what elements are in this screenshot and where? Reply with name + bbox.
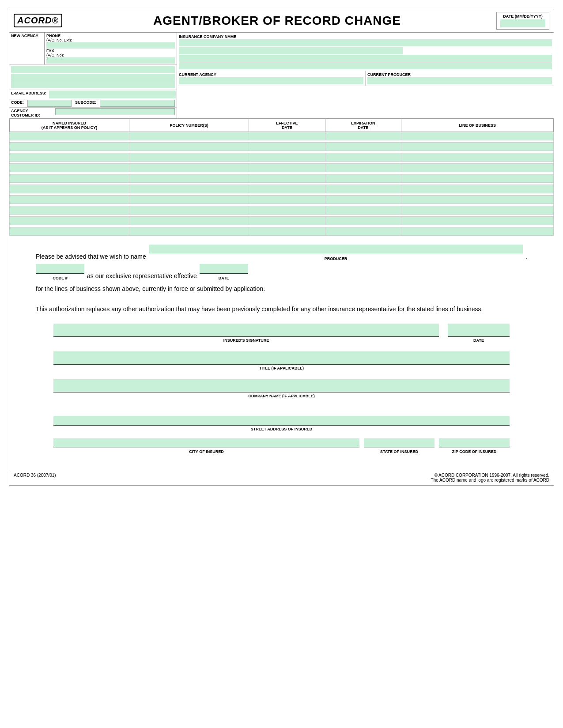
row10-policy[interactable]	[129, 227, 249, 235]
row4-expiration[interactable]	[325, 164, 401, 172]
row3-effective[interactable]	[249, 153, 325, 161]
phone-cell: PHONE (A/C, No, Ext): FAX (A/C, No):	[45, 33, 177, 64]
row6-expiration[interactable]	[325, 185, 401, 193]
left-column: NEW AGENCY PHONE (A/C, No, Ext): FAX (A/…	[9, 33, 177, 118]
row7-insured[interactable]	[10, 196, 129, 204]
row5-policy[interactable]	[129, 174, 249, 182]
ins-company-input-3[interactable]	[179, 55, 552, 62]
row6-insured[interactable]	[10, 185, 129, 193]
row9-expiration[interactable]	[325, 217, 401, 225]
row2-insured[interactable]	[10, 143, 129, 151]
row4-insured[interactable]	[10, 164, 129, 172]
row4-policy[interactable]	[129, 164, 249, 172]
row9-insured[interactable]	[10, 217, 129, 225]
col-line-of-business: LINE OF BUSINESS	[401, 119, 554, 132]
row7-line[interactable]	[401, 196, 553, 204]
state-group: STATE OF INSURED	[364, 438, 435, 454]
fax-input[interactable]	[46, 57, 175, 64]
row9-effective[interactable]	[249, 217, 325, 225]
code-label: CODE:	[9, 99, 26, 107]
ins-company-input-2[interactable]	[179, 47, 403, 54]
code-input[interactable]	[27, 100, 72, 107]
row10-expiration[interactable]	[325, 227, 401, 235]
row1-line[interactable]	[401, 132, 553, 140]
row8-line[interactable]	[401, 206, 553, 214]
row4-line[interactable]	[401, 164, 553, 172]
street-address-row: STREET ADDRESS OF INSURED	[53, 416, 510, 431]
row4-effective[interactable]	[249, 164, 325, 172]
agency-input-3[interactable]	[11, 81, 175, 88]
row1-expiration[interactable]	[325, 132, 401, 140]
row8-policy[interactable]	[129, 206, 249, 214]
current-agency-cell: CURRENT AGENCY	[177, 71, 366, 86]
zip-label: ZIP CODE OF INSURED	[452, 449, 496, 454]
table-row	[10, 143, 554, 151]
agency-customer-input[interactable]	[55, 108, 175, 115]
row6-line[interactable]	[401, 185, 553, 193]
current-agency-input[interactable]	[179, 77, 363, 84]
row10-effective[interactable]	[249, 227, 325, 235]
row3-policy[interactable]	[129, 153, 249, 161]
date-label-body: DATE	[219, 275, 229, 282]
footer-left: ACORD 36 (2007/01)	[14, 473, 192, 483]
row7-expiration[interactable]	[325, 196, 401, 204]
current-agency-label: CURRENT AGENCY	[179, 72, 216, 77]
row3-expiration[interactable]	[325, 153, 401, 161]
ins-company-input-1[interactable]	[179, 39, 552, 46]
row9-line[interactable]	[401, 217, 553, 225]
phone-input[interactable]	[46, 42, 175, 49]
row8-effective[interactable]	[249, 206, 325, 214]
zip-field[interactable]	[439, 438, 510, 448]
row1-effective[interactable]	[249, 132, 325, 140]
insured-signature-field[interactable]	[53, 324, 439, 337]
row10-line[interactable]	[401, 227, 553, 235]
sig-date-field[interactable]	[448, 324, 510, 337]
city-field[interactable]	[53, 438, 359, 448]
logo-box: ACORD®	[14, 14, 62, 27]
row7-effective[interactable]	[249, 196, 325, 204]
code-label-body: CODE #	[53, 275, 68, 282]
row5-expiration[interactable]	[325, 174, 401, 182]
email-input[interactable]	[49, 91, 176, 98]
col-effective-date: EFFECTIVEDATE	[249, 119, 325, 132]
street-address-field[interactable]	[53, 416, 510, 426]
ins-company-input-4[interactable]	[179, 62, 552, 69]
row1-insured[interactable]	[10, 132, 129, 140]
row8-expiration[interactable]	[325, 206, 401, 214]
code-input-body[interactable]	[36, 264, 84, 274]
subcode-input[interactable]	[100, 100, 175, 107]
row2-line[interactable]	[401, 143, 553, 151]
agency-input-1[interactable]	[11, 66, 175, 73]
table-row	[10, 185, 554, 193]
state-field[interactable]	[364, 438, 435, 448]
footer-left-text: ACORD 36 (2007/01)	[14, 473, 56, 478]
row2-effective[interactable]	[249, 143, 325, 151]
row10-insured[interactable]	[10, 227, 129, 235]
date-label: DATE (MM/DD/YYYY)	[503, 14, 542, 19]
row3-insured[interactable]	[10, 153, 129, 161]
row2-policy[interactable]	[129, 143, 249, 151]
title-field[interactable]	[53, 351, 510, 365]
footer-bottom-text: The ACORD name and logo are registered m…	[192, 478, 549, 483]
producer-input[interactable]	[149, 245, 523, 254]
date-field[interactable]	[500, 19, 545, 27]
row7-policy[interactable]	[129, 196, 249, 204]
current-producer-input[interactable]	[367, 77, 552, 84]
company-name-field[interactable]	[53, 379, 510, 392]
table-row	[10, 196, 554, 204]
date-input-body[interactable]	[200, 264, 248, 274]
row1-policy[interactable]	[129, 132, 249, 140]
row8-insured[interactable]	[10, 206, 129, 214]
row9-policy[interactable]	[129, 217, 249, 225]
row6-policy[interactable]	[129, 185, 249, 193]
agency-input-2[interactable]	[11, 74, 175, 81]
row5-line[interactable]	[401, 174, 553, 182]
row3-line[interactable]	[401, 153, 553, 161]
row6-effective[interactable]	[249, 185, 325, 193]
footer: ACORD 36 (2007/01) © ACORD CORPORATION 1…	[9, 470, 554, 485]
fax-detail: (A/C, No):	[46, 53, 175, 57]
row5-effective[interactable]	[249, 174, 325, 182]
city-label: CITY OF INSURED	[189, 449, 223, 454]
row5-insured[interactable]	[10, 174, 129, 182]
row2-expiration[interactable]	[325, 143, 401, 151]
